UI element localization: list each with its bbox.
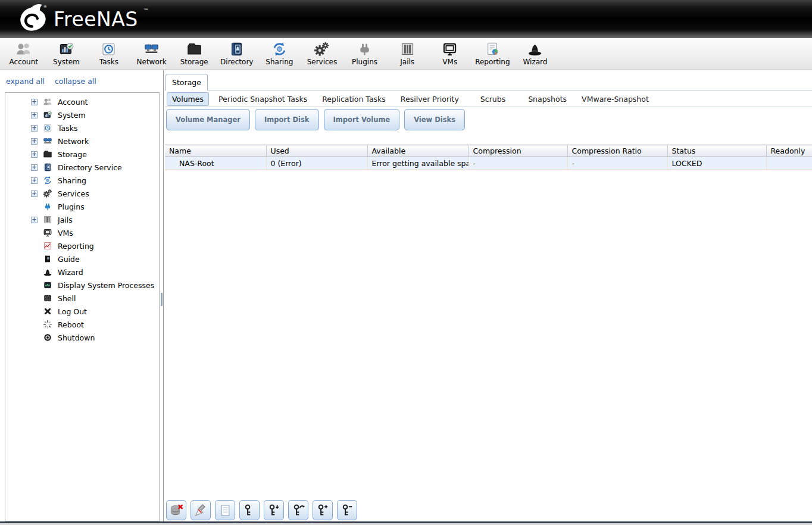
toolbar-item-account[interactable]: Account [2,38,45,66]
shell-icon: c:\ [43,293,52,303]
sidebar-item-log-out[interactable]: Log Out [29,305,159,318]
services-icon [43,189,52,198]
volume-manager-button[interactable]: Volume Manager [166,109,250,130]
toolbar-item-services[interactable]: Services [301,38,343,66]
sidebar-item-shell[interactable]: c:\Shell [29,292,159,305]
sidebar-item-wizard[interactable]: Wizard [29,265,159,279]
sidebar-item-sharing[interactable]: Sharing [29,174,159,187]
import-volume-button[interactable]: Import Volume [324,109,400,130]
sidebar-item-system[interactable]: System [29,108,159,121]
subtab-vmware-snapshot[interactable]: VMware-Snapshot [576,92,654,106]
sidebar-item-reporting[interactable]: Reporting [29,239,159,252]
sidebar-item-directory-service[interactable]: Directory Service [29,161,159,174]
toolbar-item-label: Reporting [475,58,510,66]
toolbar-item-sharing[interactable]: Sharing [258,38,301,66]
toolbar-item-tasks[interactable]: Tasks [88,38,130,66]
toolbar-item-directory[interactable]: Directory [216,38,258,66]
volumes-table: NameUsedAvailableCompressionCompression … [165,145,812,170]
encryption-toolbar [166,500,357,520]
svg-text:c:\: c:\ [45,295,50,298]
import-disk-button[interactable]: Import Disk [255,109,319,130]
collapse-all-link[interactable]: collapse all [55,77,96,86]
column-header-compression-ratio[interactable]: Compression Ratio [567,145,667,157]
subtab-replication-tasks[interactable]: Replication Tasks [317,92,391,106]
plugins-icon [357,41,373,57]
expand-plus-icon[interactable] [31,112,38,118]
expander-column [30,217,38,223]
expand-plus-icon[interactable] [31,190,38,197]
subtab-divider [165,107,812,107]
network-icon [143,41,160,57]
directory-icon [229,41,245,57]
detach-volume-button[interactable] [166,500,186,520]
subtab-bar: VolumesPeriodic Snapshot TasksReplicatio… [167,92,812,106]
tree-item-label: Shutdown [58,333,95,342]
expand-plus-icon[interactable] [31,99,38,105]
toolbar-item-jails[interactable]: Jails [386,38,429,66]
toolbar-item-reporting[interactable]: Reporting [471,38,514,66]
sidebar-item-plugins[interactable]: Plugins [29,200,159,213]
column-header-compression[interactable]: Compression [469,145,567,157]
rekey-button[interactable] [288,500,308,520]
tree-item-label: Display System Processes [58,281,154,290]
splitter-handle[interactable] [161,293,163,306]
toolbar-item-network[interactable]: Network [130,38,173,66]
column-header-used[interactable]: Used [266,145,367,157]
toolbar-item-label: Account [10,58,38,66]
expand-plus-icon[interactable] [31,138,38,145]
logout-icon [43,307,52,316]
toolbar-item-system[interactable]: System [45,38,88,66]
column-header-name[interactable]: Name [165,145,266,157]
unlock-key-button[interactable] [239,500,260,520]
expand-plus-icon[interactable] [31,125,38,132]
volume-row-nas-root[interactable]: NAS-Root0 (Error)Error getting available… [165,157,812,170]
toolbar-item-wizard[interactable]: Wizard [514,38,557,66]
table-cell: 0 (Error) [266,157,367,170]
tree-item-label: Sharing [58,176,86,185]
expand-plus-icon[interactable] [31,177,38,184]
sidebar-item-storage[interactable]: Storage [29,148,159,161]
column-header-status[interactable]: Status [667,145,766,157]
subtab-periodic-snapshot-tasks[interactable]: Periodic Snapshot Tasks [213,92,313,106]
subtab-scrubs[interactable]: Scrubs [475,92,511,106]
subtab-resilver-priority[interactable]: Resilver Priority [395,92,464,106]
view-disks-button[interactable]: View Disks [404,109,465,130]
add-recovery-key-button[interactable] [313,500,333,520]
toolbar-item-plugins[interactable]: Plugins [343,38,386,66]
freenas-logo[interactable]: ® FreeNAS ™ [14,4,148,34]
toolbar-item-vms[interactable]: VMs [429,38,471,66]
volume-actions: Volume ManagerImport DiskImport VolumeVi… [166,109,465,130]
volume-status-button[interactable] [215,500,235,520]
reporting-icon [485,41,501,57]
app-header: ® FreeNAS ™ [0,0,812,38]
sidebar-item-jails[interactable]: Jails [29,213,159,226]
sidebar-item-vms[interactable]: VMs [29,226,159,239]
toolbar-item-label: Sharing [266,58,293,66]
tree-item-label: Storage [58,150,87,159]
sidebar-item-guide[interactable]: Guide [29,252,159,265]
sidebar-splitter[interactable] [163,70,164,521]
expand-all-link[interactable]: expand all [6,77,45,86]
sidebar-item-reboot[interactable]: Reboot [29,318,159,331]
expand-plus-icon[interactable] [31,164,38,171]
sidebar-item-services[interactable]: Services [29,187,159,200]
column-header-readonly[interactable]: Readonly [766,145,812,157]
product-name: FreeNAS [54,10,138,29]
column-header-available[interactable]: Available [367,145,469,157]
download-key-button[interactable] [264,500,284,520]
sidebar-item-tasks[interactable]: Tasks [29,121,159,135]
toolbar-item-storage[interactable]: Storage [173,38,216,66]
expander-column [30,190,38,197]
expand-plus-icon[interactable] [31,151,38,158]
sidebar-item-network[interactable]: Network [29,135,159,148]
sidebar-item-display-system-processes[interactable]: Display System Processes [29,279,159,292]
subtab-snapshots[interactable]: Snapshots [523,92,572,106]
sidebar-item-account[interactable]: Account [29,95,159,108]
sidebar-item-shutdown[interactable]: Shutdown [29,331,159,344]
expand-plus-icon[interactable] [31,217,38,223]
scrub-volume-button[interactable] [190,500,211,520]
remove-recovery-key-button[interactable] [337,500,357,520]
tab-storage[interactable]: Storage [165,74,208,90]
tasks-icon [43,123,52,133]
subtab-volumes[interactable]: Volumes [167,92,209,106]
